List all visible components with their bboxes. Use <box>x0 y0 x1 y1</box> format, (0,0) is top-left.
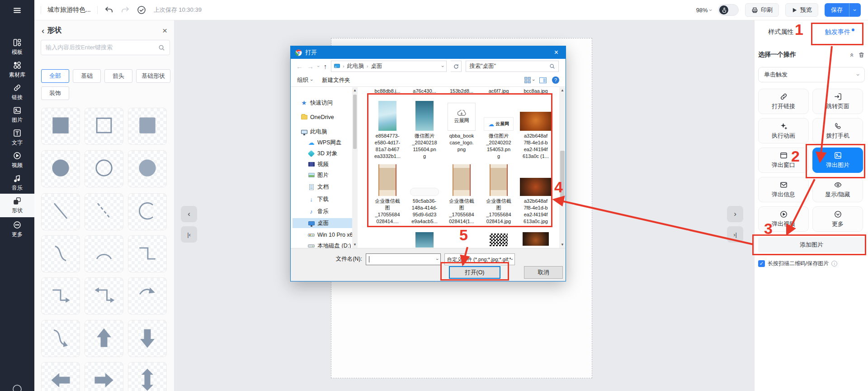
sidebar-documents[interactable]: 文档 <box>292 182 352 192</box>
file-item[interactable] <box>406 232 443 248</box>
sidebar-item-more[interactable]: 更多 <box>0 218 34 241</box>
redo-icon[interactable] <box>120 5 130 15</box>
sidebar-wps-cloud[interactable]: ☁WPS网盘 <box>292 138 352 148</box>
action-more[interactable]: 更多 <box>812 206 863 232</box>
file-item[interactable]: e8584773- e580-4d17- 81a7-b467 ea3332b1.… <box>369 98 406 160</box>
shape-item[interactable] <box>85 277 123 315</box>
help-icon[interactable]: ? <box>552 76 559 84</box>
shape-item[interactable] <box>128 108 167 145</box>
file-item[interactable]: 微信图片 _20240218 115604.pn g <box>406 98 443 160</box>
shape-item[interactable] <box>128 150 167 187</box>
nav-back-icon[interactable]: ← <box>296 62 303 70</box>
document-title[interactable]: 城市旅游特色... <box>47 6 91 14</box>
view-mode-button[interactable]: › <box>524 77 534 83</box>
shape-item[interactable] <box>128 235 167 272</box>
file-item[interactable]: 企业微信截 图 _17055684 028414.... <box>369 163 406 225</box>
action-run-animation[interactable]: 执行动画 <box>758 118 809 143</box>
next-page-button[interactable]: › <box>727 206 743 222</box>
shape-item[interactable] <box>41 150 80 187</box>
shape-item[interactable] <box>85 108 123 145</box>
filename-input[interactable]: › <box>366 253 441 265</box>
file-item[interactable]: ☁云展网微信图片 _20240202 154053.pn g <box>481 98 517 160</box>
nav-forward-icon[interactable]: → <box>307 62 314 70</box>
file-item[interactable] <box>518 232 554 246</box>
scrollbar-thumb[interactable] <box>353 95 357 149</box>
address-dropdown-icon[interactable]: › <box>440 66 445 67</box>
dialog-close-icon[interactable]: × <box>552 49 561 56</box>
organize-menu[interactable]: 组织› <box>297 76 312 84</box>
sidebar-system-drive[interactable]: Win 10 Pro x64 <box>292 230 352 240</box>
sidebar-onedrive[interactable]: OneDrive <box>292 112 352 122</box>
file-name[interactable]: ac6f7.jpg <box>481 88 517 94</box>
tab-basic[interactable]: 基础 <box>73 69 101 83</box>
undo-icon[interactable] <box>104 5 114 15</box>
breadcrumb-folder[interactable]: 桌面 <box>371 62 382 70</box>
shape-item[interactable] <box>41 362 80 391</box>
file-item[interactable]: 59c5ab36- 148a-414d- 95d9-6d23 e9a4acb5.… <box>406 163 443 225</box>
sidebar-pictures[interactable]: 图片 <box>292 170 352 180</box>
save-button[interactable]: 保存› <box>825 3 861 17</box>
delete-icon[interactable] <box>858 52 865 58</box>
action-call-phone[interactable]: 拨打手机 <box>812 118 863 143</box>
save-dropdown[interactable]: › <box>849 3 861 17</box>
shape-item[interactable] <box>128 277 167 315</box>
file-item[interactable]: 企业微信截 图 _17055684 028414(1... <box>443 163 480 225</box>
file-name[interactable]: bc88db8.j... <box>369 88 406 94</box>
shape-item[interactable] <box>41 277 80 315</box>
shape-search-input[interactable]: 输入内容后按Enter键搜索 <box>41 40 170 55</box>
tab-arrows[interactable]: 箭头 <box>104 69 132 83</box>
shape-item[interactable] <box>85 150 123 187</box>
action-popup-image[interactable]: 弹出图片 <box>812 148 863 173</box>
file-item[interactable]: 云展网qbba_book case_logo. png <box>443 98 480 153</box>
filetype-select[interactable]: 自定义文件 (*.png;*.jpg;*.gif;*› <box>444 253 515 265</box>
prev-page-button[interactable]: ‹ <box>181 206 197 222</box>
close-icon[interactable]: × <box>162 26 167 35</box>
shape-item[interactable] <box>85 362 123 391</box>
tab-style-properties[interactable]: 样式属性 <box>768 28 793 36</box>
shape-item[interactable] <box>128 320 167 357</box>
sidebar-item-text[interactable]: 文字 <box>0 126 34 149</box>
file-name[interactable]: bcc8aa.jpg <box>518 88 554 94</box>
print-button[interactable]: 印刷 <box>745 3 779 17</box>
action-popup-message[interactable]: 弹出信息 <box>758 177 809 202</box>
file-item[interactable]: a32b648af 7f8-4e1d-b ea2-f4194f 613a0c (… <box>518 98 554 160</box>
action-show-hide[interactable]: 显示/隐藏 <box>812 177 863 202</box>
info-icon[interactable]: i <box>831 261 837 267</box>
file-list-scrollbar[interactable]: ▲▼ <box>559 87 566 248</box>
new-folder-button[interactable]: 新建文件夹 <box>322 76 350 84</box>
touch-mode-toggle[interactable] <box>718 4 739 16</box>
sidebar-item-video[interactable]: 视频 <box>0 148 34 172</box>
shape-item[interactable] <box>85 193 123 230</box>
first-page-button[interactable]: |‹ <box>181 226 197 243</box>
open-button[interactable]: 打开(O) <box>449 266 500 279</box>
shape-item[interactable] <box>128 362 167 391</box>
breadcrumb-device[interactable]: 此电脑 <box>347 62 364 70</box>
add-image-button[interactable]: 添加图片 <box>758 237 865 253</box>
preview-button[interactable]: 预览 <box>785 3 818 17</box>
scrollbar-thumb[interactable] <box>560 151 565 198</box>
action-popup-window[interactable]: 弹出窗口 <box>758 148 809 173</box>
dialog-titlebar[interactable]: 打开 × <box>291 46 566 59</box>
action-popup-video[interactable]: 弹出视频 <box>758 206 809 232</box>
sidebar-item-image[interactable]: 图片 <box>0 103 34 127</box>
shape-item[interactable] <box>41 193 80 230</box>
shape-item[interactable] <box>128 193 167 230</box>
last-page-button[interactable]: ›| <box>727 226 743 243</box>
sidebar-downloads[interactable]: ↓下载 <box>292 194 352 204</box>
sidebar-music[interactable]: ♪音乐 <box>292 206 352 216</box>
nav-up-icon[interactable]: ↑ <box>324 62 327 70</box>
shape-item[interactable] <box>85 235 123 272</box>
file-item[interactable] <box>481 232 517 248</box>
sidebar-item-shapes[interactable]: 形状 <box>0 194 34 217</box>
shape-item[interactable] <box>41 235 80 272</box>
sidebar-item-assets[interactable]: 素材库 <box>0 58 34 81</box>
tab-basic-shapes[interactable]: 基础形状 <box>136 69 170 83</box>
tab-trigger-events[interactable]: 触发事件 <box>825 28 854 36</box>
checkbox-long-press[interactable]: ✓ <box>758 260 765 267</box>
sidebar-item-template[interactable]: 模板 <box>0 35 34 59</box>
sidebar-3d-objects[interactable]: 3D 对象 <box>292 148 352 158</box>
address-breadcrumb[interactable]: › 此电脑 › 桌面 › <box>331 61 447 72</box>
tab-all[interactable]: 全部 <box>41 69 69 83</box>
file-name[interactable]: 153b2d8... <box>443 88 480 94</box>
sidebar-quick-access[interactable]: ★快速访问 <box>292 98 352 108</box>
